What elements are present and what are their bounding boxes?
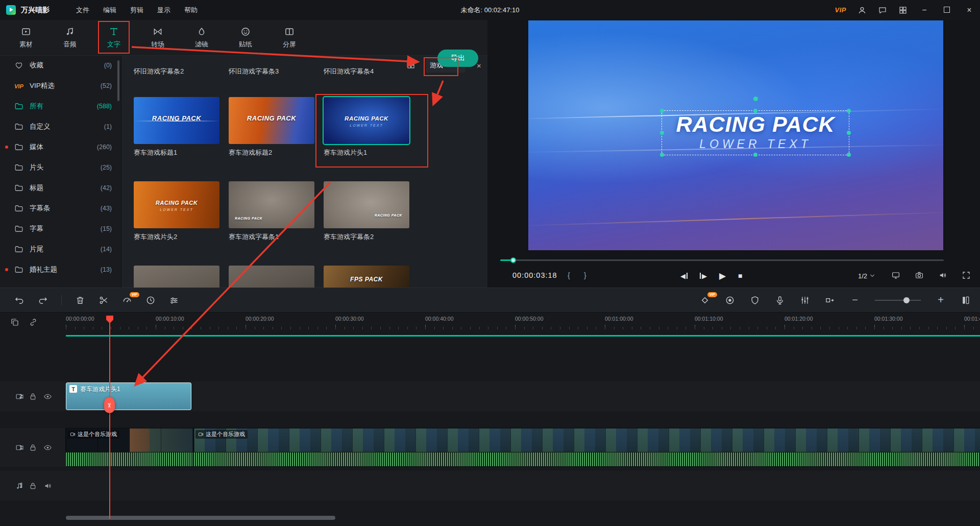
- lock-icon[interactable]: [29, 392, 37, 401]
- display-device-icon[interactable]: [891, 271, 901, 281]
- split-scissors-button[interactable]: [99, 295, 109, 305]
- next-frame-button[interactable]: ▶: [700, 272, 707, 280]
- seek-handle[interactable]: [510, 257, 516, 263]
- template-thumbnail[interactable]: FPS PACK: [324, 266, 409, 288]
- sidebar-item-lower-thirds[interactable]: 字幕条(43): [0, 198, 121, 219]
- tab-media[interactable]: 素材: [4, 20, 48, 55]
- template-thumbnail[interactable]: RACING PACK: [229, 181, 314, 228]
- template-item[interactable]: [134, 266, 219, 288]
- template-thumbnail[interactable]: [134, 266, 219, 288]
- tab-filter[interactable]: 滤镜: [180, 20, 224, 55]
- playhead[interactable]: [109, 316, 110, 519]
- template-thumbnail[interactable]: RACING PACK: [229, 97, 314, 144]
- template-thumbnail[interactable]: [229, 266, 314, 288]
- template-item[interactable]: [229, 266, 314, 288]
- tab-audio[interactable]: 音频: [48, 20, 92, 55]
- clear-search-icon[interactable]: ×: [477, 61, 481, 70]
- keyframe-button[interactable]: VIP: [700, 295, 710, 305]
- delete-button[interactable]: [75, 295, 85, 305]
- timeline-video-clip-2[interactable]: 这是个音乐游戏: [194, 428, 980, 466]
- undo-button[interactable]: [14, 295, 24, 305]
- timeline-video-clip-1[interactable]: 这是个音乐游戏: [66, 428, 193, 466]
- vip-badge[interactable]: VIP: [835, 6, 846, 14]
- tab-transition[interactable]: 转场: [136, 20, 180, 55]
- template-item-racing-lowerthird-1[interactable]: RACING PACK 赛车游戏字幕条1: [229, 181, 314, 242]
- template-item-racing-opener-1[interactable]: RACING PACK LOWER TEXT 赛车游戏片头1: [324, 97, 409, 157]
- tab-splitscreen[interactable]: 分屏: [267, 20, 311, 55]
- preview-quality-dropdown[interactable]: 1/2: [858, 272, 875, 280]
- template-item-racing-lowerthird-2[interactable]: RACING PACK 赛车游戏字幕条2: [324, 181, 409, 242]
- sidebar-item-favorites[interactable]: 收藏(0): [0, 55, 121, 76]
- track-manager-icon[interactable]: [961, 295, 971, 305]
- mark-out-button[interactable]: }: [584, 271, 586, 279]
- account-icon[interactable]: [857, 6, 867, 15]
- mask-button[interactable]: [750, 295, 760, 305]
- tab-text[interactable]: 文字: [92, 20, 136, 55]
- maximize-button[interactable]: [941, 6, 952, 15]
- audio-mixer-button[interactable]: [800, 295, 810, 305]
- tab-sticker[interactable]: 贴纸: [224, 20, 267, 55]
- overlay-subtitle-text[interactable]: LOWER TEXT: [662, 137, 849, 151]
- seek-bar[interactable]: [500, 257, 944, 263]
- grid-view-icon[interactable]: [406, 60, 415, 69]
- fullscreen-icon[interactable]: [962, 271, 972, 281]
- template-thumbnail-selected[interactable]: RACING PACK LOWER TEXT: [324, 97, 409, 144]
- timeline-text-clip[interactable]: T 赛车游戏片头1: [66, 382, 191, 410]
- zoom-in-button[interactable]: +: [936, 295, 946, 305]
- duration-clock-button[interactable]: [145, 295, 156, 305]
- export-button[interactable]: 导出: [437, 50, 478, 67]
- adjust-sliders-button[interactable]: [169, 295, 179, 305]
- apps-grid-icon[interactable]: [898, 6, 908, 15]
- resize-handle[interactable]: [753, 153, 757, 157]
- eye-icon[interactable]: [43, 392, 52, 401]
- lock-icon[interactable]: [29, 482, 37, 490]
- lock-icon[interactable]: [29, 443, 37, 452]
- menu-help[interactable]: 帮助: [184, 6, 198, 15]
- mark-in-button[interactable]: {: [568, 271, 570, 279]
- sidebar-item-wedding[interactable]: 婚礼主题(13): [0, 259, 121, 280]
- template-item-racing-opener-2[interactable]: RACING PACK LOWER TEXT 赛车游戏片头2: [134, 181, 219, 242]
- template-item-racing-title-2[interactable]: RACING PACK 赛车游戏标题2: [229, 97, 314, 157]
- previous-frame-button[interactable]: ◀: [680, 272, 688, 280]
- timeline-ruler[interactable]: 00:00:00:00 00:00:10:00 00:00:20:00 00:0…: [0, 312, 980, 332]
- stop-button[interactable]: ■: [738, 272, 742, 280]
- auto-ripple-button[interactable]: [825, 295, 835, 305]
- timeline-zoom-slider[interactable]: [875, 295, 921, 305]
- play-button[interactable]: ▶: [719, 271, 726, 281]
- redo-button[interactable]: [38, 295, 48, 305]
- overlay-title-text[interactable]: RACING PACK: [662, 112, 849, 137]
- timeline-horizontal-scrollbar[interactable]: [66, 516, 335, 520]
- zoom-slider-handle[interactable]: [903, 297, 910, 303]
- feedback-chat-icon[interactable]: [878, 6, 887, 15]
- rotate-handle[interactable]: [753, 97, 758, 101]
- sidebar-item-custom[interactable]: 自定义(1): [0, 116, 121, 137]
- motion-track-button[interactable]: [725, 295, 735, 305]
- menu-clip[interactable]: 剪辑: [130, 6, 143, 15]
- menu-file[interactable]: 文件: [76, 6, 89, 15]
- voiceover-mic-button[interactable]: [775, 295, 785, 305]
- sidebar-item-all[interactable]: 所有(588): [0, 96, 121, 116]
- zoom-out-button[interactable]: −: [850, 295, 860, 305]
- quick-split-scissors-button[interactable]: ✂: [104, 397, 115, 413]
- snapshot-camera-icon[interactable]: [915, 271, 925, 281]
- template-thumbnail[interactable]: RACING PACK LOWER TEXT: [134, 181, 219, 228]
- resize-handle[interactable]: [847, 153, 851, 157]
- sidebar-item-media[interactable]: 媒体(260): [0, 137, 121, 157]
- resize-handle[interactable]: [660, 153, 664, 157]
- sidebar-item-intros[interactable]: 片头(25): [0, 157, 121, 178]
- sidebar-item-subtitles[interactable]: 字幕(15): [0, 219, 121, 239]
- speed-button[interactable]: VIP: [122, 295, 132, 305]
- speaker-icon[interactable]: [43, 482, 52, 490]
- volume-speaker-icon[interactable]: [938, 271, 948, 281]
- sidebar-item-titles[interactable]: 标题(42): [0, 178, 121, 198]
- eye-icon[interactable]: [43, 443, 52, 452]
- template-thumbnail[interactable]: RACING PACK: [134, 97, 219, 144]
- sidebar-scrollbar[interactable]: [117, 60, 119, 101]
- sidebar-item-vip-featured[interactable]: VIPVIP精选(52): [0, 76, 121, 96]
- minimize-button[interactable]: −: [919, 6, 930, 15]
- menu-edit[interactable]: 编辑: [103, 6, 116, 15]
- template-thumbnail[interactable]: RACING PACK: [324, 181, 409, 228]
- template-item-racing-title-1[interactable]: RACING PACK 赛车游戏标题1: [134, 97, 219, 157]
- sidebar-item-credits[interactable]: 片尾(14): [0, 239, 121, 259]
- template-item-fps-pack[interactable]: FPS PACK: [324, 266, 409, 288]
